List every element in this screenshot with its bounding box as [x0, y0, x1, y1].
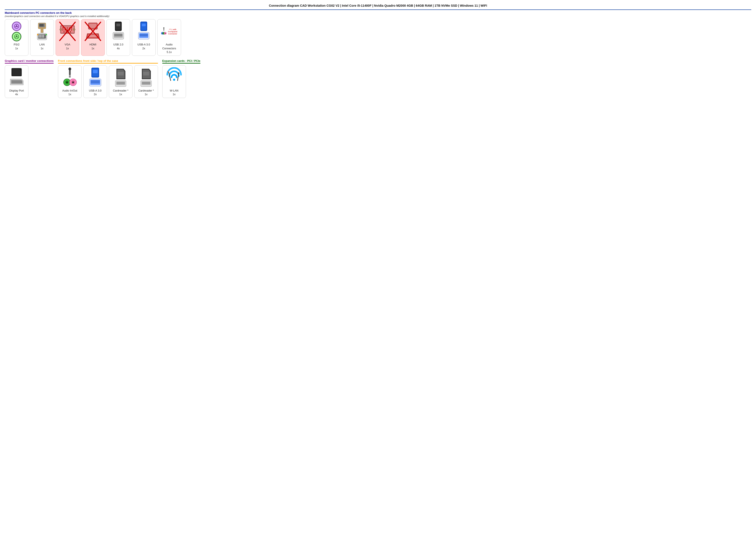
cardreader1-image [112, 67, 129, 88]
svg-point-8 [17, 37, 18, 38]
wlan-label: W-LAN 1x [170, 89, 178, 96]
svg-rect-16 [41, 29, 43, 33]
svg-rect-116 [143, 72, 149, 73]
svg-rect-15 [43, 24, 43, 27]
svg-point-92 [68, 68, 71, 70]
connector-front-usb30: USB-A 3.0 2x [83, 65, 107, 98]
usb30-image [135, 21, 152, 41]
svg-point-2 [15, 26, 16, 27]
front-audio-image [61, 67, 79, 88]
svg-rect-13 [40, 24, 41, 27]
ps2-purple-circle [12, 21, 21, 31]
graphics-section-title: Graphics card / monitor connections [5, 59, 54, 63]
svg-rect-22 [43, 35, 44, 38]
svg-point-122 [173, 79, 175, 81]
ps2-image [8, 21, 25, 41]
bottom-sections: Graphics card / monitor connections [5, 59, 751, 101]
mainboard-section: Mainboard connectors PC connectors on th… [5, 11, 751, 59]
svg-point-27 [63, 28, 64, 29]
svg-rect-61 [116, 24, 120, 26]
svg-point-3 [17, 26, 18, 27]
svg-rect-109 [118, 73, 124, 74]
svg-point-126 [178, 72, 179, 74]
svg-point-37 [64, 32, 65, 33]
svg-rect-12 [40, 24, 40, 27]
svg-point-33 [65, 30, 66, 31]
expansion-connector-row: W-LAN 1x [162, 65, 201, 98]
front-bar [58, 63, 158, 64]
front-section: Front connections front side / top of th… [58, 59, 158, 101]
front-audio-label: Audio In/Out 1x [62, 89, 77, 96]
wlan-image [165, 67, 183, 88]
svg-rect-93 [69, 75, 71, 78]
vga-label: VGA 1x [65, 43, 70, 50]
mainboard-section-title: Mainboard connectors PC connectors on th… [5, 11, 751, 14]
svg-point-24 [46, 34, 47, 35]
svg-point-29 [67, 28, 68, 29]
svg-rect-46 [89, 24, 96, 28]
svg-marker-48 [88, 35, 98, 38]
ps2-label: PS/2 1x [14, 43, 19, 50]
svg-rect-105 [91, 80, 100, 83]
connector-hdmi: HDMI 1x [81, 19, 105, 56]
connector-wlan: W-LAN 1x [162, 65, 186, 98]
svg-point-31 [71, 28, 72, 29]
front-audio-svg [61, 67, 79, 88]
svg-point-4 [16, 26, 17, 27]
svg-point-39 [68, 32, 69, 33]
expansion-section: Expansion cards - PCI / PCIe [162, 59, 201, 101]
svg-rect-102 [93, 70, 97, 73]
vga-svg [59, 21, 76, 41]
usb30-svg [135, 21, 152, 41]
front-usb30-svg [86, 67, 104, 88]
svg-point-30 [69, 28, 70, 29]
svg-point-1 [16, 25, 17, 26]
svg-rect-110 [118, 75, 124, 75]
mainboard-connector-row: PS/2 1x [5, 19, 751, 56]
svg-point-82 [165, 33, 166, 33]
expansion-section-title: Expansion cards - PCI / PCIe [162, 59, 201, 63]
svg-point-42 [73, 28, 75, 31]
audio-image: *7.1 with Frontpanel Connector [160, 21, 178, 41]
svg-rect-21 [41, 35, 43, 38]
svg-marker-115 [143, 69, 150, 78]
lan-image [33, 21, 51, 41]
audio-svg [160, 21, 168, 41]
wlan-svg [165, 67, 183, 88]
svg-point-36 [71, 30, 72, 31]
usb30-label: USB-A 3.0 2x [138, 43, 150, 50]
svg-point-34 [67, 30, 68, 31]
displayport-label: Display Port 4x [9, 89, 24, 96]
svg-rect-118 [143, 75, 149, 75]
connector-vga: VGA 1x [56, 19, 79, 56]
svg-point-28 [65, 28, 66, 29]
svg-rect-113 [117, 82, 125, 85]
svg-rect-121 [142, 82, 150, 85]
hdmi-label: HDMI 1x [90, 43, 96, 50]
svg-point-35 [69, 30, 70, 31]
graphics-connector-row: Display Port 4x [5, 65, 54, 98]
connector-usb30: USB-A 3.0 2x [132, 19, 156, 56]
expansion-bar [162, 63, 201, 64]
top-border [5, 10, 751, 10]
svg-point-99 [72, 81, 74, 83]
audio-note: *7.1 with Frontpanel Connector [168, 28, 178, 35]
svg-point-96 [66, 81, 68, 83]
cardreader2-label: Cardreader * 1x [138, 89, 154, 96]
audio-label: Audio Connectors 5.1x [159, 43, 179, 54]
ps2-green-circle [12, 32, 21, 41]
connector-cardreader2: Cardreader * 1x [134, 65, 158, 98]
svg-rect-14 [41, 24, 42, 27]
svg-point-9 [16, 36, 17, 37]
front-section-title: Front connections front side / top of th… [58, 59, 158, 63]
front-usb30-image [86, 67, 104, 88]
svg-rect-19 [39, 35, 40, 38]
graphics-section: Graphics card / monitor connections [5, 59, 54, 101]
graphics-bar [5, 63, 54, 64]
lan-svg [33, 22, 51, 41]
connector-cardreader1: Cardreader * 1x [109, 65, 133, 98]
connector-usb20: USB 2.0 4x [106, 19, 130, 56]
usb20-label: USB 2.0 4x [113, 43, 123, 50]
svg-point-38 [66, 32, 67, 33]
cardreader2-image [137, 67, 155, 88]
